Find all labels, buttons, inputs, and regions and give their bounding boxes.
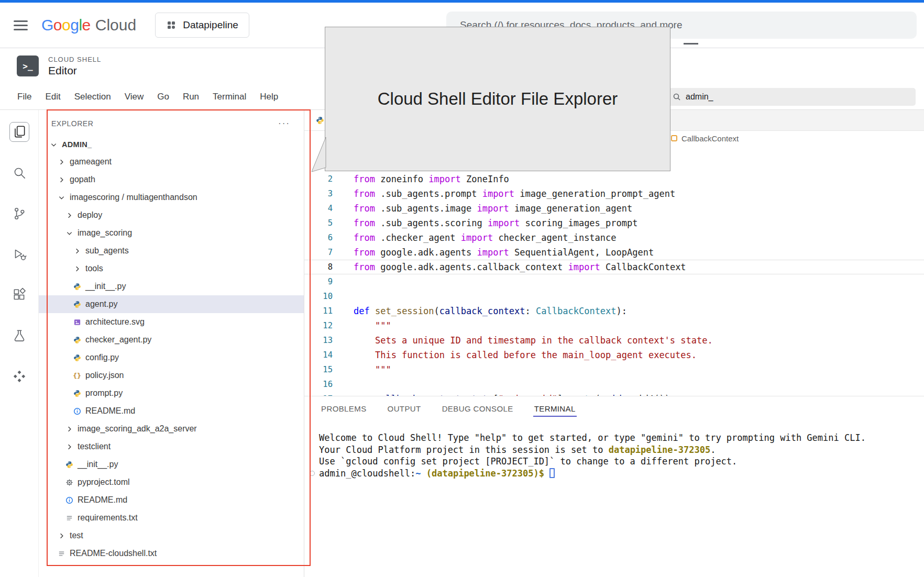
file-tree: gameagentgopathimagescoring / multiagent…	[39, 153, 304, 562]
python-icon	[316, 116, 324, 125]
search-activity-icon[interactable]	[10, 163, 29, 182]
cloud-shell-titles: CLOUD SHELL Editor	[48, 56, 101, 77]
json-file-icon: {}	[72, 372, 82, 380]
chevron-right-icon	[72, 247, 82, 255]
tree-item-readme-cloudshell-txt[interactable]: README-cloudshell.txt	[39, 545, 304, 562]
code-text	[333, 274, 354, 289]
python-file-icon	[72, 390, 82, 397]
tree-item-label: imagescoring / multiagenthandson	[70, 193, 197, 202]
tree-item-test[interactable]: test	[39, 527, 304, 545]
explorer-activity-icon[interactable]	[10, 123, 29, 141]
code-line-2: 2from zoneinfo import ZoneInfo	[304, 172, 924, 186]
tree-item-pyproject-toml[interactable]: pyproject.toml	[39, 473, 304, 491]
tree-item-label: requirements.txt	[78, 513, 138, 523]
code-line-3: 3from .sub_agents.prompt import image_ge…	[304, 186, 924, 201]
code-line-10: 10	[304, 289, 924, 304]
terminal-line: Welcome to Cloud Shell! Type "help" to g…	[319, 432, 914, 444]
tree-item-checker-agent-py[interactable]: checker_agent.py	[39, 331, 304, 349]
tree-item-image-scoring[interactable]: image_scoring	[39, 224, 304, 242]
code-text: from google.adk.agents import Sequential…	[333, 245, 654, 260]
tree-item-requirements-txt[interactable]: requirements.txt	[39, 509, 304, 527]
editor-search-input[interactable]: admin_	[666, 88, 916, 106]
menu-run[interactable]: Run	[176, 88, 206, 105]
tree-item-sub-agents[interactable]: sub_agents	[39, 242, 304, 260]
line-number: 9	[304, 274, 333, 289]
image-file-icon	[72, 318, 82, 326]
tree-item-readme-md[interactable]: README.md	[39, 491, 304, 509]
tree-item-imagescoring-multiagenthandson[interactable]: imagescoring / multiagenthandson	[39, 188, 304, 206]
panel-tab-problems[interactable]: PROBLEMS	[320, 401, 368, 417]
line-number: 3	[304, 186, 333, 201]
google-logo-text: Google	[41, 16, 91, 34]
menu-view[interactable]: View	[118, 88, 151, 105]
code-text: def set_session(callback_context: Callba…	[333, 304, 627, 318]
tree-item-init-py[interactable]: __init__.py	[39, 456, 304, 473]
tree-item-policy-json[interactable]: {}policy.json	[39, 367, 304, 384]
code-text: from .checker_agent import checker_agent…	[333, 230, 617, 245]
line-number: 6	[304, 230, 333, 245]
tree-item-testclient[interactable]: testclient	[39, 438, 304, 456]
code-text: Sets a unique ID and timestamp in the ca…	[333, 333, 713, 348]
tree-item-image-scoring-adk-a2a-server[interactable]: image_scoring_adk_a2a_server	[39, 420, 304, 438]
menu-selection[interactable]: Selection	[68, 88, 118, 105]
terminal[interactable]: Welcome to Cloud Shell! Type "help" to g…	[304, 420, 924, 479]
callout-tail-icon	[311, 137, 326, 173]
panel-tab-output[interactable]: OUTPUT	[387, 401, 422, 417]
terminal-cursor[interactable]	[549, 468, 555, 478]
menu-file[interactable]: File	[10, 88, 38, 105]
tree-item-tools[interactable]: tools	[39, 260, 304, 278]
project-selector[interactable]: Datapipeline	[155, 13, 249, 38]
main-content: EXPLORER ··· ADMIN_ gameagentgopathimage…	[0, 110, 924, 577]
tree-item-label: config.py	[85, 353, 119, 362]
panel-tab-terminal[interactable]: TERMINAL	[533, 401, 577, 417]
cloud-code-icon[interactable]	[10, 368, 29, 386]
tree-item-deploy[interactable]: deploy	[39, 206, 304, 224]
tree-item-agent-py[interactable]: agent.py	[39, 295, 304, 313]
tree-item-gameagent[interactable]: gameagent	[39, 153, 304, 171]
menu-terminal[interactable]: Terminal	[206, 88, 253, 105]
tree-item-architecture-svg[interactable]: architecture.svg	[39, 313, 304, 331]
menu-help[interactable]: Help	[253, 88, 285, 105]
source-control-icon[interactable]	[10, 204, 29, 223]
google-cloud-logo[interactable]: Google Cloud	[41, 16, 136, 34]
panel-tab-debug-console[interactable]: DEBUG CONSOLE	[441, 401, 514, 417]
line-number: 2	[304, 172, 333, 186]
tree-item-label: prompt.py	[85, 389, 123, 398]
more-actions-icon[interactable]: ···	[278, 121, 290, 126]
code-line-6: 6from .checker_agent import checker_agen…	[304, 230, 924, 245]
menu-edit[interactable]: Edit	[38, 88, 67, 105]
run-debug-icon[interactable]	[10, 245, 29, 264]
explorer-panel: EXPLORER ··· ADMIN_ gameagentgopathimage…	[39, 110, 304, 577]
menu-go[interactable]: Go	[150, 88, 176, 105]
hamburger-menu-icon[interactable]	[14, 20, 28, 30]
chevron-right-icon	[64, 212, 74, 219]
code-line-16: 16	[304, 377, 924, 392]
code-line-9: 9	[304, 274, 924, 289]
explorer-title: EXPLORER	[51, 119, 93, 128]
tree-item-label: pyproject.toml	[78, 478, 130, 487]
code-text: """	[333, 318, 391, 333]
extensions-icon[interactable]	[10, 286, 29, 305]
tree-item-label: sub_agents	[85, 246, 129, 256]
code-text	[333, 289, 354, 304]
tree-item-init-py[interactable]: __init__.py	[39, 278, 304, 295]
line-number: 10	[304, 289, 333, 304]
code-editor[interactable]: 12from zoneinfo import ZoneInfo3from .su…	[304, 146, 924, 396]
chevron-right-icon	[64, 425, 74, 433]
code-line-17: 17 callback_context.state["unique_id"] =…	[304, 392, 924, 396]
code-text: callback_context.state["unique_id"] = st…	[333, 392, 670, 396]
tree-item-readme-md[interactable]: README.md	[39, 402, 304, 420]
test-flask-icon[interactable]	[10, 327, 29, 346]
tree-item-prompt-py[interactable]: prompt.py	[39, 384, 304, 402]
code-line-8: 8from google.adk.agents.callback_context…	[304, 260, 924, 274]
chevron-down-icon	[64, 229, 74, 237]
tree-item-gopath[interactable]: gopath	[39, 171, 304, 188]
minimize-icon[interactable]	[684, 43, 698, 45]
editor-title: Editor	[48, 64, 101, 77]
code-text	[333, 377, 354, 392]
callout-text: Cloud Shell Editor File Explorer	[378, 89, 618, 109]
terminal-line: Use `gcloud config set project [PROJECT_…	[319, 456, 914, 468]
info-file-icon	[72, 407, 82, 415]
tree-root-admin[interactable]: ADMIN_	[39, 136, 304, 153]
tree-item-config-py[interactable]: config.py	[39, 349, 304, 367]
